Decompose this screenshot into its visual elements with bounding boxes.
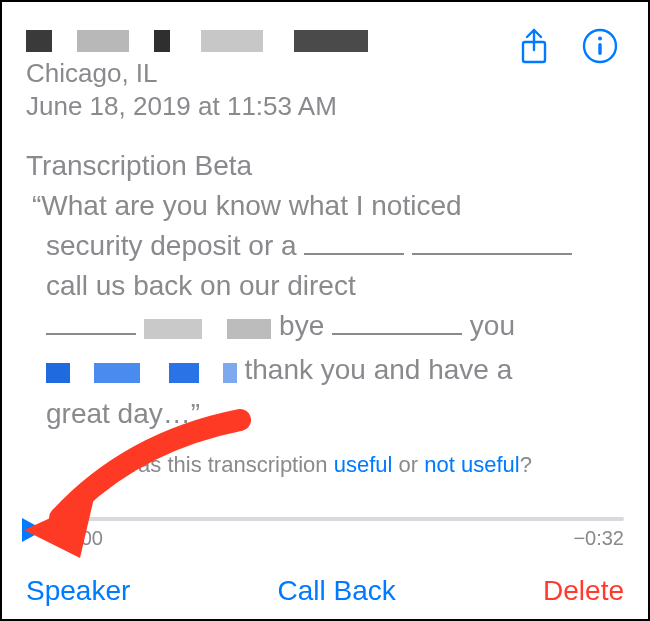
caller-block: Chicago, IL June 18, 2019 at 11:53 AM [26, 20, 496, 122]
caller-name [26, 22, 496, 54]
call-back-button[interactable]: Call Back [278, 575, 396, 607]
t-line2a: security deposit or a [46, 230, 304, 261]
feedback-useful-link[interactable]: useful [334, 452, 393, 477]
playback-row: 0:00 −0:32 [20, 511, 624, 549]
remaining-time: −0:32 [573, 527, 624, 550]
blank-3 [46, 322, 136, 335]
voicemail-detail-card: Chicago, IL June 18, 2019 at 11:53 AM Tr… [0, 0, 650, 621]
svg-point-3 [598, 37, 602, 41]
open-quote: “ [32, 190, 41, 221]
t-line3: call us back on our direct [32, 266, 618, 306]
svg-rect-4 [598, 43, 601, 55]
scrubber[interactable]: 0:00 −0:32 [64, 511, 624, 549]
transcription-section-label: Transcription Beta [26, 150, 624, 182]
fb-prefix: Was this transcription [118, 452, 334, 477]
blank-4 [332, 322, 462, 335]
header: Chicago, IL June 18, 2019 at 11:53 AM [26, 20, 624, 122]
blank-2 [412, 242, 572, 255]
feedback-not-useful-link[interactable]: not useful [424, 452, 519, 477]
t-line1: What are you know what I noticed [41, 190, 461, 221]
share-icon[interactable] [514, 26, 554, 66]
transcription-body: “What are you know what I noticed securi… [26, 186, 624, 434]
header-actions [514, 20, 624, 66]
blank-1 [304, 242, 404, 255]
redacted-gray-1 [144, 310, 272, 350]
scrubber-track [64, 517, 624, 521]
fb-or: or [392, 452, 424, 477]
t-bye: bye [271, 310, 332, 341]
caller-location: Chicago, IL [26, 58, 496, 89]
t-line5: thank you and have a [237, 354, 513, 385]
speaker-button[interactable]: Speaker [26, 575, 130, 607]
transcription-feedback: Was this transcription useful or not use… [26, 452, 624, 478]
bottom-actions: Speaker Call Back Delete [26, 575, 624, 607]
delete-button[interactable]: Delete [543, 575, 624, 607]
play-button[interactable] [20, 516, 48, 544]
elapsed-time: 0:00 [64, 527, 103, 550]
info-icon[interactable] [580, 26, 620, 66]
svg-marker-5 [22, 518, 44, 542]
fb-q: ? [520, 452, 532, 477]
t-you: you [462, 310, 515, 341]
t-line6: great day…” [32, 394, 618, 434]
redacted-blue-1 [46, 354, 237, 394]
caller-datetime: June 18, 2019 at 11:53 AM [26, 91, 496, 122]
